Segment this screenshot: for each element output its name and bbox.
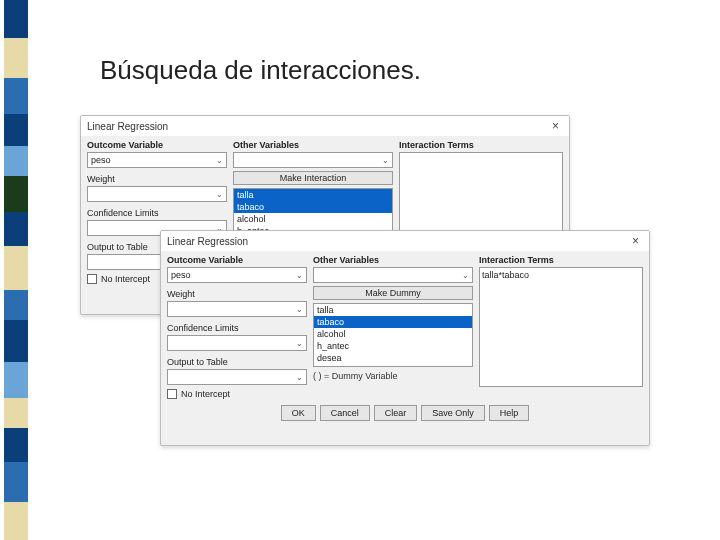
- make-interaction-button[interactable]: Make Interaction: [233, 171, 393, 185]
- dialog-title-text: Linear Regression: [87, 121, 168, 132]
- list-item[interactable]: tabaco: [314, 316, 472, 328]
- chevron-down-icon: ⌄: [462, 271, 469, 280]
- stripe: [4, 462, 28, 502]
- outcome-label: Outcome Variable: [87, 140, 227, 150]
- chevron-down-icon: ⌄: [296, 305, 303, 314]
- stripe: [4, 502, 28, 540]
- outcome-value: peso: [91, 155, 111, 165]
- slide-title: Búsqueda de interacciones.: [100, 55, 421, 86]
- dialog-titlebar: Linear Regression ×: [81, 116, 569, 136]
- dummy-variable-note: ( ) = Dummy Variable: [313, 371, 473, 381]
- decorative-stripes: [4, 0, 28, 540]
- make-dummy-button[interactable]: Make Dummy: [313, 286, 473, 300]
- outcome-select[interactable]: peso ⌄: [87, 152, 227, 168]
- save-only-button[interactable]: Save Only: [421, 405, 485, 421]
- dialog-button-row: OK Cancel Clear Save Only Help: [167, 405, 643, 421]
- stripe: [4, 176, 28, 212]
- stripe: [4, 290, 28, 320]
- weight-label: Weight: [167, 289, 307, 299]
- linear-regression-dialog-front: Linear Regression × Outcome Variable pes…: [160, 230, 650, 446]
- stripe: [4, 362, 28, 398]
- interaction-term-item: talla*tabaco: [482, 270, 529, 280]
- help-button[interactable]: Help: [489, 405, 530, 421]
- weight-label: Weight: [87, 174, 227, 184]
- stripe: [4, 78, 28, 114]
- other-vars-label: Other Variables: [233, 140, 393, 150]
- outcome-value: peso: [171, 270, 191, 280]
- close-icon[interactable]: ×: [548, 119, 563, 133]
- list-item[interactable]: talla: [314, 304, 472, 316]
- chevron-down-icon: ⌄: [216, 190, 223, 199]
- chevron-down-icon: ⌄: [296, 339, 303, 348]
- dialog-titlebar: Linear Regression ×: [161, 231, 649, 251]
- other-vars-select[interactable]: ⌄: [233, 152, 393, 168]
- confidence-label: Confidence Limits: [167, 323, 307, 333]
- list-item[interactable]: tabaco: [234, 201, 392, 213]
- interaction-terms-label: Interaction Terms: [479, 255, 643, 265]
- ok-button[interactable]: OK: [281, 405, 316, 421]
- stripe: [4, 212, 28, 246]
- stripe: [4, 246, 28, 290]
- list-item[interactable]: desea: [314, 352, 472, 364]
- stripe: [4, 114, 28, 146]
- chevron-down-icon: ⌄: [296, 271, 303, 280]
- no-intercept-label: No Intercept: [101, 274, 150, 284]
- no-intercept-checkbox[interactable]: [167, 389, 177, 399]
- chevron-down-icon: ⌄: [216, 156, 223, 165]
- no-intercept-label: No Intercept: [181, 389, 230, 399]
- confidence-label: Confidence Limits: [87, 208, 227, 218]
- no-intercept-checkbox[interactable]: [87, 274, 97, 284]
- list-item[interactable]: h_antec: [314, 340, 472, 352]
- stripe: [4, 146, 28, 176]
- chevron-down-icon: ⌄: [296, 373, 303, 382]
- list-item[interactable]: talla: [234, 189, 392, 201]
- interaction-terms-box[interactable]: talla*tabaco: [479, 267, 643, 387]
- clear-button[interactable]: Clear: [374, 405, 418, 421]
- close-icon[interactable]: ×: [628, 234, 643, 248]
- other-vars-listbox[interactable]: tallatabacoalcoholh_antecdesea: [313, 303, 473, 367]
- stripe: [4, 428, 28, 462]
- list-item[interactable]: alcohol: [234, 213, 392, 225]
- stripe: [4, 0, 28, 38]
- outcome-select[interactable]: peso ⌄: [167, 267, 307, 283]
- output-select[interactable]: ⌄: [167, 369, 307, 385]
- output-label: Output to Table: [167, 357, 307, 367]
- weight-select[interactable]: ⌄: [167, 301, 307, 317]
- list-item[interactable]: alcohol: [314, 328, 472, 340]
- stripe: [4, 38, 28, 78]
- outcome-label: Outcome Variable: [167, 255, 307, 265]
- confidence-select[interactable]: ⌄: [167, 335, 307, 351]
- dialog-title-text: Linear Regression: [167, 236, 248, 247]
- stripe: [4, 320, 28, 362]
- weight-select[interactable]: ⌄: [87, 186, 227, 202]
- stripe: [4, 398, 28, 428]
- interaction-terms-label: Interaction Terms: [399, 140, 563, 150]
- other-vars-label: Other Variables: [313, 255, 473, 265]
- cancel-button[interactable]: Cancel: [320, 405, 370, 421]
- other-vars-select[interactable]: ⌄: [313, 267, 473, 283]
- chevron-down-icon: ⌄: [382, 156, 389, 165]
